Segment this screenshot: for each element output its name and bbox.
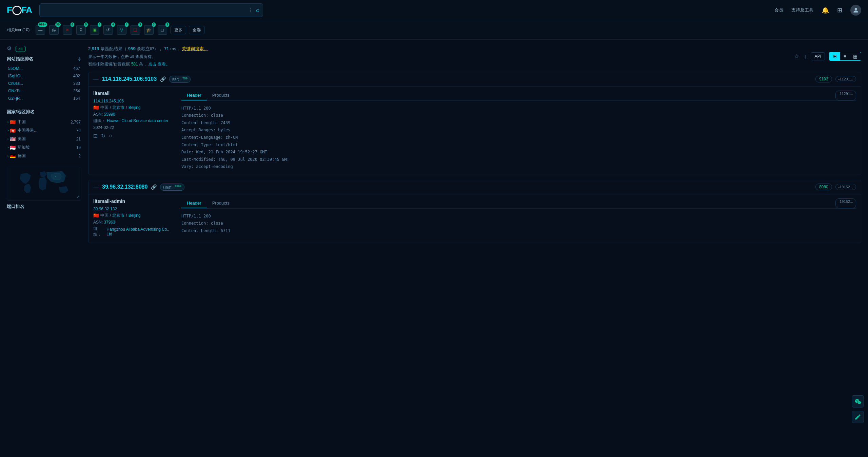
http-line-1-2: Content-Length: 6711 xyxy=(181,227,856,235)
download-icon[interactable]: ↓ xyxy=(804,53,807,60)
card-ip-0[interactable]: 114.116.245.106:9103 xyxy=(102,76,157,82)
icon-item-9[interactable]: □ 3 xyxy=(157,24,168,35)
city-0[interactable]: 北京市 xyxy=(112,105,124,111)
icon-box-3[interactable]: P xyxy=(76,25,86,35)
honeypot-link[interactable]: 点击 查看。 xyxy=(148,62,170,66)
icon-box-7[interactable]: ❑ xyxy=(131,25,140,35)
chain-icon-0[interactable]: 🔗 xyxy=(160,76,166,82)
unique-ip-count: 959 xyxy=(128,46,136,51)
card-neg-badge-0: -11291... xyxy=(835,91,856,100)
icon-item-6[interactable]: V 4 xyxy=(116,24,127,35)
site-ip-link-1[interactable]: 39.96.32.132 xyxy=(93,207,175,211)
search-input[interactable]: title="litemall" xyxy=(43,7,245,13)
icon-item-2[interactable]: ✕ 6 xyxy=(62,24,73,35)
icon-item-7[interactable]: ❑ 3 xyxy=(130,24,141,35)
site-ip-link-0[interactable]: 114.116.245.106 xyxy=(93,99,175,103)
card-tag-0[interactable]: 55O...799 xyxy=(169,76,191,83)
chevron-icon-0: › xyxy=(7,120,8,124)
filter-icon[interactable]: ⚙ xyxy=(7,45,12,51)
port-badge-1: 8080 xyxy=(815,184,832,190)
port-section: 端口排名 xyxy=(7,204,81,210)
icon-item-5[interactable]: ↺ 4 xyxy=(103,24,114,35)
search-submit-icon[interactable]: ⌕ xyxy=(256,7,259,14)
keyword-search-link[interactable]: 关键词搜索。 xyxy=(182,46,208,51)
more-icon-0[interactable]: ○ xyxy=(109,133,112,139)
icon-item-4[interactable]: ▣ 4 xyxy=(89,24,100,35)
screenshot-icon-0[interactable]: ⊡ xyxy=(93,133,98,139)
country-row-0[interactable]: › 🇨🇳 中国 2,797 xyxy=(7,118,81,126)
port-title: 端口排名 xyxy=(7,204,81,210)
country-row-4[interactable]: › 🇩🇪 德国 2 xyxy=(7,152,81,160)
icon-item-0[interactable]: — 999+ xyxy=(35,24,46,35)
fingerprint-row-4[interactable]: G2FjP... 164 xyxy=(7,95,81,102)
fingerprint-row-1[interactable]: fSqHO... 402 xyxy=(7,72,81,80)
card-header-1: — 39.96.32.132:8080 🔗 U9/E...999+ 8080 -… xyxy=(88,180,861,194)
nav-member[interactable]: 会员 xyxy=(774,7,783,13)
view-bar-button[interactable]: ▦ xyxy=(850,52,861,60)
http-line-0-7: Last-Modified: Thu, 09 Jul 2020 02:39:45… xyxy=(181,156,856,164)
fingerprint-filter-icon[interactable]: ⇓ xyxy=(77,56,81,62)
icon-item-8[interactable]: 🎓 3 xyxy=(143,24,154,35)
country-0: 中国 xyxy=(100,105,108,111)
fingerprint-section: 网站指纹排名 ⇓ 55OM... 467 fSqHO... 402 Cn0ss.… xyxy=(7,56,81,102)
logo[interactable]: F◯FA xyxy=(7,5,34,15)
site-name-0: litemall xyxy=(93,91,175,96)
icon-box-5[interactable]: ↺ xyxy=(103,25,113,35)
http-line-0-4: Content-Language: zh-CN xyxy=(181,134,856,141)
more-icons-button[interactable]: 更多 xyxy=(171,26,186,34)
icon-box-9[interactable]: □ xyxy=(158,25,167,35)
icon-item-1[interactable]: ◎ 30 xyxy=(48,24,59,35)
http-line-0-8: Vary: accept-encoding xyxy=(181,163,856,171)
icon-box-8[interactable]: 🎓 xyxy=(144,25,154,35)
tab-products-1[interactable]: Products xyxy=(207,198,235,208)
avatar[interactable] xyxy=(850,5,861,16)
country-row-2[interactable]: › 🇺🇸 美国 21 xyxy=(7,135,81,143)
org-link-0[interactable]: Huawei Cloud Service data center xyxy=(107,118,168,123)
bell-icon[interactable]: 🔔 xyxy=(822,6,829,14)
sub-text-1: 显示一年内数据，点击 all 查看所有。 xyxy=(88,53,208,60)
tab-header-1[interactable]: Header xyxy=(181,198,207,208)
tab-header-0[interactable]: Header xyxy=(181,91,207,100)
city-link-0[interactable]: Beijing xyxy=(129,105,141,110)
api-button[interactable]: API xyxy=(811,52,825,60)
search-options-icon[interactable]: ⋮ xyxy=(248,7,253,13)
fingerprint-row-3[interactable]: GNzTs... 254 xyxy=(7,87,81,95)
fingerprint-row-2[interactable]: Cn0ss... 333 xyxy=(7,80,81,87)
tab-products-0[interactable]: Products xyxy=(207,91,235,100)
select-all-button[interactable]: 全选 xyxy=(189,26,204,34)
star-icon[interactable]: ☆ xyxy=(794,53,800,60)
all-filter-button[interactable]: all xyxy=(16,46,25,52)
country-row-3[interactable]: › 🇸🇬 新加坡 19 xyxy=(7,143,81,152)
icon-box-6[interactable]: V xyxy=(117,25,126,35)
fingerprint-row-0[interactable]: 55OM... 467 xyxy=(7,65,81,72)
map-expand-icon[interactable]: ⤢ xyxy=(76,194,80,199)
card-ip-1[interactable]: 39.96.32.132:8080 xyxy=(102,184,147,190)
edit-float-button[interactable] xyxy=(852,411,864,423)
neg-badge-0: -11291... xyxy=(835,76,856,82)
translate-icon[interactable]: ⊞ xyxy=(837,6,842,14)
icon-box-2[interactable]: ✕ xyxy=(63,25,72,35)
refresh-icon-0[interactable]: ↻ xyxy=(101,133,105,139)
nav-support[interactable]: 支持及工具 xyxy=(791,7,813,13)
honeypot-count: 581 xyxy=(131,62,138,66)
icon-box-4[interactable]: ▣ xyxy=(90,25,99,35)
city-1[interactable]: 北京市 xyxy=(112,213,124,218)
results-actions: ☆ ↓ API ⊞ ≡ ▦ xyxy=(794,52,861,61)
country-row-1[interactable]: › 🇭🇰 中国香港... 76 xyxy=(7,126,81,135)
card-neg-badge-1: -19152... xyxy=(835,198,856,208)
chain-icon-1[interactable]: 🔗 xyxy=(151,184,157,190)
card-tag-1[interactable]: U9/E...999+ xyxy=(160,184,184,191)
asn-link-1[interactable]: 37963 xyxy=(104,220,115,225)
view-buttons: ⊞ ≡ ▦ xyxy=(829,52,861,61)
org-row-1: 组织： Hangzhou Alibaba Advertising Co., Lt… xyxy=(93,226,175,237)
nav-links: 会员 支持及工具 🔔 ⊞ xyxy=(774,5,861,16)
icon-item-3[interactable]: P 5 xyxy=(76,24,86,35)
card-right-1: Header Products -19152... HTTP/1.1 200 C… xyxy=(181,198,856,239)
wechat-float-button[interactable] xyxy=(852,395,864,407)
org-link-1[interactable]: Hangzhou Alibaba Advertising Co., Ltd xyxy=(106,227,175,236)
view-grid-button[interactable]: ⊞ xyxy=(829,52,840,60)
asn-link-0[interactable]: 55990 xyxy=(104,112,115,117)
port-badge-0: 9103 xyxy=(815,76,832,82)
city-link-1[interactable]: Beijing xyxy=(129,213,141,218)
view-list-button[interactable]: ≡ xyxy=(840,52,850,60)
